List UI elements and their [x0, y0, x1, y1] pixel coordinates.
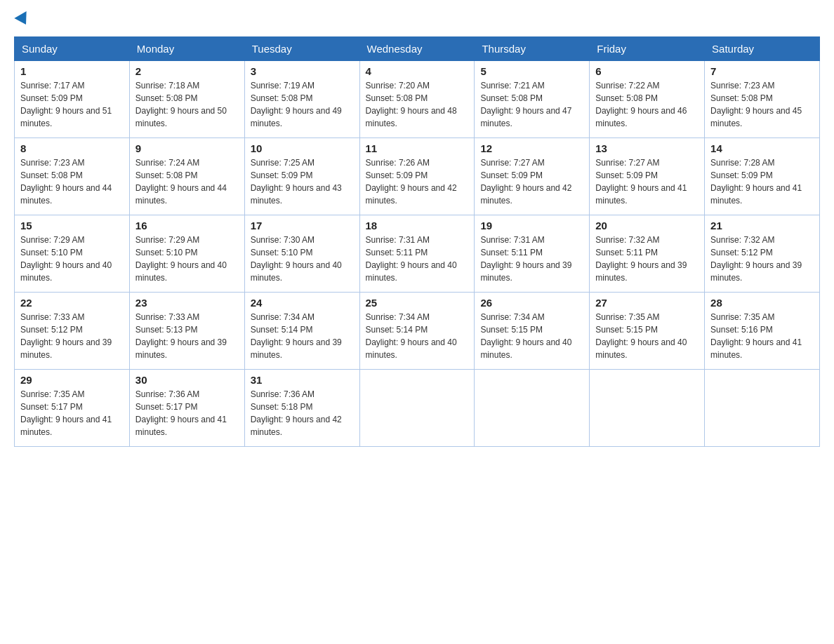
- day-number: 15: [20, 220, 124, 232]
- calendar-cell: [475, 370, 590, 447]
- day-info: Sunrise: 7:23 AMSunset: 5:08 PMDaylight:…: [710, 79, 814, 130]
- day-info: Sunrise: 7:33 AMSunset: 5:13 PMDaylight:…: [135, 311, 239, 361]
- day-number: 21: [710, 220, 814, 232]
- calendar-cell: 11Sunrise: 7:26 AMSunset: 5:09 PMDayligh…: [359, 138, 475, 215]
- calendar-cell: 2Sunrise: 7:18 AMSunset: 5:08 PMDaylight…: [129, 61, 244, 138]
- day-number: 20: [595, 220, 699, 232]
- day-number: 4: [366, 65, 469, 77]
- day-number: 29: [20, 374, 124, 386]
- day-info: Sunrise: 7:32 AMSunset: 5:11 PMDaylight:…: [595, 234, 699, 284]
- day-number: 17: [251, 220, 354, 232]
- calendar-cell: 12Sunrise: 7:27 AMSunset: 5:09 PMDayligh…: [475, 138, 590, 215]
- day-info: Sunrise: 7:21 AMSunset: 5:08 PMDaylight:…: [480, 79, 583, 130]
- day-info: Sunrise: 7:25 AMSunset: 5:09 PMDaylight:…: [251, 156, 354, 207]
- calendar-table: SundayMondayTuesdayWednesdayThursdayFrid…: [14, 36, 820, 447]
- day-number: 12: [480, 142, 583, 154]
- day-number: 27: [595, 297, 699, 309]
- day-info: Sunrise: 7:29 AMSunset: 5:10 PMDaylight:…: [20, 234, 124, 284]
- calendar-cell: [359, 370, 475, 447]
- calendar-cell: 27Sunrise: 7:35 AMSunset: 5:15 PMDayligh…: [590, 293, 705, 370]
- day-number: 6: [595, 65, 699, 77]
- calendar-cell: 16Sunrise: 7:29 AMSunset: 5:10 PMDayligh…: [129, 215, 244, 293]
- day-info: Sunrise: 7:27 AMSunset: 5:09 PMDaylight:…: [595, 156, 699, 207]
- calendar-cell: 28Sunrise: 7:35 AMSunset: 5:16 PMDayligh…: [705, 293, 820, 370]
- day-info: Sunrise: 7:35 AMSunset: 5:17 PMDaylight:…: [20, 388, 124, 438]
- calendar-cell: [705, 370, 820, 447]
- day-info: Sunrise: 7:24 AMSunset: 5:08 PMDaylight:…: [135, 156, 239, 207]
- page-header: [14, 14, 820, 25]
- day-info: Sunrise: 7:19 AMSunset: 5:08 PMDaylight:…: [251, 79, 354, 130]
- calendar-cell: 19Sunrise: 7:31 AMSunset: 5:11 PMDayligh…: [475, 215, 590, 293]
- calendar-cell: 20Sunrise: 7:32 AMSunset: 5:11 PMDayligh…: [590, 215, 705, 293]
- logo: [14, 14, 32, 25]
- weekday-header-row: SundayMondayTuesdayWednesdayThursdayFrid…: [15, 37, 820, 61]
- calendar-cell: 4Sunrise: 7:20 AMSunset: 5:08 PMDaylight…: [359, 61, 475, 138]
- day-info: Sunrise: 7:20 AMSunset: 5:08 PMDaylight:…: [366, 79, 469, 130]
- day-number: 2: [135, 65, 239, 77]
- calendar-cell: [590, 370, 705, 447]
- calendar-cell: 25Sunrise: 7:34 AMSunset: 5:14 PMDayligh…: [359, 293, 475, 370]
- day-number: 10: [251, 142, 354, 154]
- calendar-cell: 5Sunrise: 7:21 AMSunset: 5:08 PMDaylight…: [475, 61, 590, 138]
- logo-text: [14, 14, 32, 25]
- calendar-cell: 1Sunrise: 7:17 AMSunset: 5:09 PMDaylight…: [15, 61, 130, 138]
- calendar-cell: 29Sunrise: 7:35 AMSunset: 5:17 PMDayligh…: [15, 370, 130, 447]
- calendar-cell: 23Sunrise: 7:33 AMSunset: 5:13 PMDayligh…: [129, 293, 244, 370]
- weekday-header-wednesday: Wednesday: [359, 37, 475, 61]
- calendar-header: SundayMondayTuesdayWednesdayThursdayFrid…: [15, 37, 820, 61]
- calendar-cell: 7Sunrise: 7:23 AMSunset: 5:08 PMDaylight…: [705, 61, 820, 138]
- day-info: Sunrise: 7:29 AMSunset: 5:10 PMDaylight:…: [135, 234, 239, 284]
- day-info: Sunrise: 7:34 AMSunset: 5:15 PMDaylight:…: [480, 311, 583, 361]
- day-number: 22: [20, 297, 124, 309]
- calendar-cell: 14Sunrise: 7:28 AMSunset: 5:09 PMDayligh…: [705, 138, 820, 215]
- calendar-cell: 18Sunrise: 7:31 AMSunset: 5:11 PMDayligh…: [359, 215, 475, 293]
- day-number: 1: [20, 65, 124, 77]
- calendar-cell: 6Sunrise: 7:22 AMSunset: 5:08 PMDaylight…: [590, 61, 705, 138]
- calendar-cell: 9Sunrise: 7:24 AMSunset: 5:08 PMDaylight…: [129, 138, 244, 215]
- calendar-cell: 10Sunrise: 7:25 AMSunset: 5:09 PMDayligh…: [244, 138, 359, 215]
- day-number: 5: [480, 65, 583, 77]
- day-number: 3: [251, 65, 354, 77]
- day-info: Sunrise: 7:28 AMSunset: 5:09 PMDaylight:…: [710, 156, 814, 207]
- day-info: Sunrise: 7:35 AMSunset: 5:15 PMDaylight:…: [595, 311, 699, 361]
- weekday-header-saturday: Saturday: [705, 37, 820, 61]
- day-info: Sunrise: 7:30 AMSunset: 5:10 PMDaylight:…: [251, 234, 354, 284]
- day-number: 19: [480, 220, 583, 232]
- calendar-week-row: 22Sunrise: 7:33 AMSunset: 5:12 PMDayligh…: [15, 293, 820, 370]
- day-number: 9: [135, 142, 239, 154]
- calendar-week-row: 8Sunrise: 7:23 AMSunset: 5:08 PMDaylight…: [15, 138, 820, 215]
- day-info: Sunrise: 7:36 AMSunset: 5:17 PMDaylight:…: [135, 388, 239, 438]
- day-number: 11: [366, 142, 469, 154]
- day-info: Sunrise: 7:27 AMSunset: 5:09 PMDaylight:…: [480, 156, 583, 207]
- day-number: 16: [135, 220, 239, 232]
- weekday-header-thursday: Thursday: [475, 37, 590, 61]
- logo-blue-part: [14, 14, 32, 25]
- calendar-cell: 21Sunrise: 7:32 AMSunset: 5:12 PMDayligh…: [705, 215, 820, 293]
- day-number: 13: [595, 142, 699, 154]
- calendar-week-row: 1Sunrise: 7:17 AMSunset: 5:09 PMDaylight…: [15, 61, 820, 138]
- weekday-header-sunday: Sunday: [15, 37, 130, 61]
- day-info: Sunrise: 7:18 AMSunset: 5:08 PMDaylight:…: [135, 79, 239, 130]
- logo-triangle-icon: [14, 11, 32, 28]
- calendar-week-row: 15Sunrise: 7:29 AMSunset: 5:10 PMDayligh…: [15, 215, 820, 293]
- day-number: 25: [366, 297, 469, 309]
- day-info: Sunrise: 7:31 AMSunset: 5:11 PMDaylight:…: [480, 234, 583, 284]
- calendar-cell: 3Sunrise: 7:19 AMSunset: 5:08 PMDaylight…: [244, 61, 359, 138]
- day-number: 7: [710, 65, 814, 77]
- calendar-body: 1Sunrise: 7:17 AMSunset: 5:09 PMDaylight…: [15, 61, 820, 447]
- calendar-cell: 26Sunrise: 7:34 AMSunset: 5:15 PMDayligh…: [475, 293, 590, 370]
- calendar-cell: 22Sunrise: 7:33 AMSunset: 5:12 PMDayligh…: [15, 293, 130, 370]
- day-number: 18: [366, 220, 469, 232]
- day-info: Sunrise: 7:32 AMSunset: 5:12 PMDaylight:…: [710, 234, 814, 284]
- day-info: Sunrise: 7:23 AMSunset: 5:08 PMDaylight:…: [20, 156, 124, 207]
- day-info: Sunrise: 7:34 AMSunset: 5:14 PMDaylight:…: [251, 311, 354, 361]
- calendar-cell: 13Sunrise: 7:27 AMSunset: 5:09 PMDayligh…: [590, 138, 705, 215]
- weekday-header-tuesday: Tuesday: [244, 37, 359, 61]
- calendar-cell: 15Sunrise: 7:29 AMSunset: 5:10 PMDayligh…: [15, 215, 130, 293]
- day-number: 14: [710, 142, 814, 154]
- day-number: 30: [135, 374, 239, 386]
- day-info: Sunrise: 7:34 AMSunset: 5:14 PMDaylight:…: [366, 311, 469, 361]
- day-info: Sunrise: 7:36 AMSunset: 5:18 PMDaylight:…: [251, 388, 354, 438]
- calendar-cell: 17Sunrise: 7:30 AMSunset: 5:10 PMDayligh…: [244, 215, 359, 293]
- calendar-cell: 31Sunrise: 7:36 AMSunset: 5:18 PMDayligh…: [244, 370, 359, 447]
